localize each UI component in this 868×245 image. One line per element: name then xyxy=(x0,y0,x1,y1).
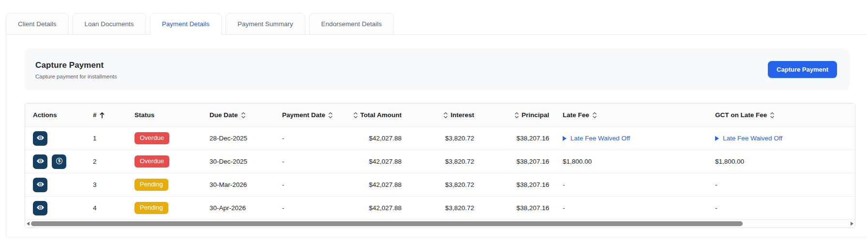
col-label: Total Amount xyxy=(360,111,402,119)
dollar-coin-icon: $ xyxy=(55,157,63,167)
col-label: Actions xyxy=(33,111,57,119)
status-cell: Pending xyxy=(127,179,202,191)
payment-date-cell: - xyxy=(274,158,342,165)
gct-late-fee-cell: Late Fee Waived Off xyxy=(707,135,855,142)
late-fee-cell: Late Fee Waived Off xyxy=(555,135,707,142)
sort-icon xyxy=(592,112,597,119)
col-header-late-fee[interactable]: Late Fee xyxy=(555,111,707,119)
sort-icon xyxy=(353,112,358,119)
tab-label: Client Details xyxy=(18,20,57,28)
gct-late-fee-cell: - xyxy=(707,204,855,212)
capture-payment-button[interactable]: Capture Payment xyxy=(768,61,837,78)
status-cell: Overdue xyxy=(127,132,202,144)
scrollbar-thumb[interactable] xyxy=(31,221,743,226)
late-fee-waived-expander[interactable]: Late Fee Waived Off xyxy=(563,135,630,142)
col-header-principal[interactable]: Principal xyxy=(480,111,555,119)
col-label: Principal xyxy=(522,111,549,119)
tab-label: Loan Documents xyxy=(85,20,134,28)
scroll-right-icon[interactable] xyxy=(849,222,855,226)
view-installment-button[interactable] xyxy=(33,131,47,146)
col-header-status: Status xyxy=(127,111,202,119)
col-header-payment-date[interactable]: Payment Date xyxy=(274,111,342,119)
col-label: Payment Date xyxy=(282,111,325,119)
tab-bar: Client Details Loan Documents Payment De… xyxy=(6,13,394,35)
col-header-due-date[interactable]: Due Date xyxy=(202,111,274,119)
installment-number: 3 xyxy=(78,181,127,188)
payment-details-panel: Capture Payment Capture payment for inst… xyxy=(6,34,867,237)
total-amount-cell: $42,027.88 xyxy=(342,204,407,212)
col-label: Late Fee xyxy=(563,111,589,119)
row-actions: $ xyxy=(25,154,78,169)
tab-loan-documents[interactable]: Loan Documents xyxy=(73,13,146,35)
table-header-row: Actions # Status Due Date Payment Date T… xyxy=(25,104,855,126)
interest-cell: $3,820.72 xyxy=(407,158,480,165)
tab-label: Payment Summary xyxy=(238,20,293,28)
eye-icon xyxy=(36,203,45,213)
col-header-interest[interactable]: Interest xyxy=(407,111,480,119)
late-fee-cell: - xyxy=(555,181,707,188)
col-header-total-amount[interactable]: Total Amount xyxy=(342,111,407,119)
late-fee-cell: $1,800.00 xyxy=(555,158,707,165)
expand-triangle-icon xyxy=(715,136,719,141)
total-amount-cell: $42,027.88 xyxy=(342,135,407,142)
tab-label: Endorsement Details xyxy=(321,20,382,28)
principal-cell: $38,207.16 xyxy=(480,181,555,188)
expand-triangle-icon xyxy=(563,136,567,141)
tab-label: Payment Details xyxy=(162,20,210,28)
installments-table: Actions # Status Due Date Payment Date T… xyxy=(25,103,855,228)
tab-client-details[interactable]: Client Details xyxy=(6,13,69,35)
section-title: Capture Payment xyxy=(35,61,117,70)
principal-cell: $38,207.16 xyxy=(480,204,555,212)
svg-text:$: $ xyxy=(58,158,60,163)
sort-icon xyxy=(514,112,519,119)
col-label: Due Date xyxy=(210,111,238,119)
sort-asc-icon xyxy=(99,112,105,119)
view-installment-button[interactable] xyxy=(33,178,47,192)
row-actions xyxy=(25,131,78,146)
tab-payment-details[interactable]: Payment Details xyxy=(150,13,222,35)
interest-cell: $3,820.72 xyxy=(407,135,480,142)
interest-cell: $3,820.72 xyxy=(407,204,480,212)
col-header-gct-on-late-fee[interactable]: GCT on Late Fee xyxy=(707,111,855,119)
gct-late-fee-link-label: Late Fee Waived Off xyxy=(723,135,782,142)
tab-payment-summary[interactable]: Payment Summary xyxy=(225,13,305,35)
due-date-cell: 28-Dec-2025 xyxy=(202,135,274,142)
interest-cell: $3,820.72 xyxy=(407,181,480,188)
table-row: 1 Overdue 28-Dec-2025 - $42,027.88 $3,82… xyxy=(25,126,855,150)
view-installment-button[interactable] xyxy=(33,201,47,215)
scrollbar-track[interactable] xyxy=(31,220,849,228)
tab-endorsement-details[interactable]: Endorsement Details xyxy=(309,13,394,35)
capture-payment-row-button[interactable]: $ xyxy=(52,154,66,169)
installment-number: 2 xyxy=(78,158,127,165)
sort-icon xyxy=(328,112,333,119)
sort-icon xyxy=(443,112,448,119)
status-cell: Pending xyxy=(127,202,202,214)
col-header-number[interactable]: # xyxy=(78,111,127,119)
table-row: 3 Pending 30-Mar-2026 - $42,027.88 $3,82… xyxy=(25,173,855,196)
payment-date-cell: - xyxy=(274,204,342,212)
total-amount-cell: $42,027.88 xyxy=(342,181,407,188)
installment-number: 1 xyxy=(78,135,127,142)
sort-icon xyxy=(770,112,775,119)
view-installment-button[interactable] xyxy=(33,154,47,169)
row-actions xyxy=(25,201,78,215)
eye-icon xyxy=(36,157,45,167)
due-date-cell: 30-Dec-2025 xyxy=(202,158,274,165)
col-label: GCT on Late Fee xyxy=(715,111,767,119)
gct-late-fee-waived-expander[interactable]: Late Fee Waived Off xyxy=(715,135,782,142)
section-subtitle: Capture payment for installments xyxy=(35,74,117,79)
col-label: Interest xyxy=(450,111,474,119)
col-label: Status xyxy=(135,111,154,119)
late-fee-link-label: Late Fee Waived Off xyxy=(570,135,630,142)
eye-icon xyxy=(36,134,45,143)
gct-late-fee-cell: $1,800.00 xyxy=(707,158,855,165)
table-row: $ 2 Overdue 30-Dec-2025 - $42,027.88 $3,… xyxy=(25,150,855,173)
row-actions xyxy=(25,178,78,192)
status-badge: Pending xyxy=(135,179,168,191)
principal-cell: $38,207.16 xyxy=(480,158,555,165)
late-fee-cell: - xyxy=(555,204,707,212)
payment-date-cell: - xyxy=(274,181,342,188)
installment-number: 4 xyxy=(78,204,127,212)
capture-payment-card: Capture Payment Capture payment for inst… xyxy=(25,48,850,91)
scroll-left-icon[interactable] xyxy=(25,222,31,226)
